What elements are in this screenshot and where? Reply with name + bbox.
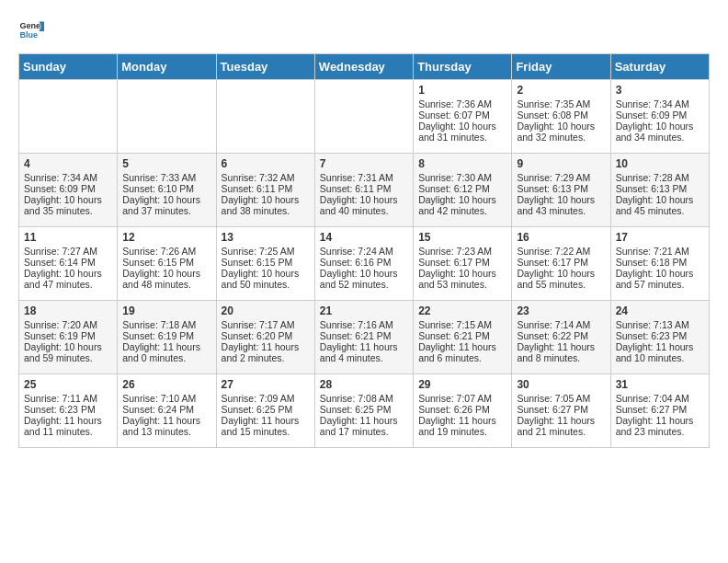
day-header-saturday: Saturday [610, 54, 709, 80]
cell-text: Daylight: 11 hours and 2 minutes. [222, 341, 310, 363]
cell-text: Daylight: 10 hours and 32 minutes. [517, 121, 605, 143]
calendar-cell: 21Sunrise: 7:16 AMSunset: 6:21 PMDayligh… [314, 301, 413, 374]
cell-text: Daylight: 11 hours and 11 minutes. [24, 415, 112, 437]
cell-text: Sunrise: 7:15 AM [418, 319, 506, 330]
week-row-3: 11Sunrise: 7:27 AMSunset: 6:14 PMDayligh… [19, 227, 710, 301]
cell-text: Sunrise: 7:10 AM [122, 393, 210, 404]
day-number: 19 [122, 304, 210, 317]
cell-text: Sunrise: 7:17 AM [222, 319, 310, 330]
cell-text: Daylight: 10 hours and 34 minutes. [616, 121, 704, 143]
cell-text: Sunrise: 7:24 AM [320, 246, 408, 257]
cell-text: Daylight: 10 hours and 52 minutes. [320, 268, 408, 290]
day-number: 31 [616, 378, 704, 391]
cell-text: Sunrise: 7:20 AM [24, 319, 112, 330]
cell-text: Sunrise: 7:35 AM [517, 98, 605, 109]
cell-text: Sunset: 6:19 PM [122, 330, 210, 341]
cell-text: Sunset: 6:08 PM [517, 109, 605, 121]
cell-text: Sunset: 6:10 PM [122, 183, 210, 194]
cell-text: Sunrise: 7:30 AM [418, 172, 506, 183]
cell-text: Sunrise: 7:27 AM [24, 246, 112, 257]
cell-text: Daylight: 10 hours and 40 minutes. [320, 194, 408, 216]
cell-text: Sunrise: 7:34 AM [616, 98, 704, 109]
day-number: 8 [418, 157, 506, 170]
cell-text: Daylight: 11 hours and 19 minutes. [418, 415, 506, 437]
cell-text: Sunrise: 7:14 AM [517, 319, 605, 330]
day-number: 6 [222, 157, 310, 170]
cell-text: Sunset: 6:09 PM [616, 109, 704, 121]
cell-text: Daylight: 10 hours and 37 minutes. [122, 194, 210, 216]
cell-text: Daylight: 11 hours and 10 minutes. [616, 341, 704, 363]
cell-text: Sunset: 6:21 PM [418, 330, 506, 341]
day-number: 2 [517, 84, 605, 97]
cell-text: Sunrise: 7:31 AM [320, 172, 408, 183]
calendar-cell [314, 80, 413, 154]
cell-text: Sunset: 6:07 PM [418, 109, 506, 121]
week-row-5: 25Sunrise: 7:11 AMSunset: 6:23 PMDayligh… [19, 374, 710, 448]
day-number: 5 [122, 157, 210, 170]
day-header-sunday: Sunday [19, 54, 118, 80]
calendar-cell: 11Sunrise: 7:27 AMSunset: 6:14 PMDayligh… [19, 227, 118, 301]
cell-text: Sunrise: 7:11 AM [24, 393, 112, 404]
cell-text: Daylight: 11 hours and 17 minutes. [320, 415, 408, 437]
day-number: 20 [222, 304, 310, 317]
cell-text: Sunset: 6:20 PM [222, 330, 310, 341]
cell-text: Sunset: 6:17 PM [517, 257, 605, 268]
day-number: 10 [616, 157, 704, 170]
day-number: 17 [616, 231, 704, 244]
cell-text: Sunrise: 7:21 AM [616, 246, 704, 257]
calendar-cell [118, 80, 216, 154]
cell-text: Sunset: 6:27 PM [616, 404, 704, 415]
cell-text: Sunset: 6:16 PM [320, 257, 408, 268]
logo-icon: General Blue [18, 18, 44, 44]
calendar-cell: 18Sunrise: 7:20 AMSunset: 6:19 PMDayligh… [19, 301, 118, 374]
cell-text: Daylight: 10 hours and 53 minutes. [418, 268, 506, 290]
calendar-cell: 14Sunrise: 7:24 AMSunset: 6:16 PMDayligh… [314, 227, 413, 301]
day-number: 14 [320, 231, 408, 244]
cell-text: Daylight: 10 hours and 42 minutes. [418, 194, 506, 216]
calendar-cell: 30Sunrise: 7:05 AMSunset: 6:27 PMDayligh… [512, 374, 610, 448]
cell-text: Daylight: 11 hours and 6 minutes. [418, 341, 506, 363]
day-header-tuesday: Tuesday [216, 54, 314, 80]
calendar-cell: 31Sunrise: 7:04 AMSunset: 6:27 PMDayligh… [610, 374, 709, 448]
cell-text: Daylight: 10 hours and 59 minutes. [24, 341, 112, 363]
calendar-cell: 9Sunrise: 7:29 AMSunset: 6:13 PMDaylight… [512, 154, 610, 227]
calendar-cell: 26Sunrise: 7:10 AMSunset: 6:24 PMDayligh… [118, 374, 216, 448]
cell-text: Sunset: 6:09 PM [24, 183, 112, 194]
cell-text: Sunrise: 7:07 AM [418, 393, 506, 404]
cell-text: Sunset: 6:23 PM [24, 404, 112, 415]
cell-text: Sunset: 6:15 PM [222, 257, 310, 268]
cell-text: Sunrise: 7:29 AM [517, 172, 605, 183]
cell-text: Sunset: 6:14 PM [24, 257, 112, 268]
cell-text: Sunrise: 7:22 AM [517, 246, 605, 257]
cell-text: Sunrise: 7:09 AM [222, 393, 310, 404]
cell-text: Sunset: 6:11 PM [222, 183, 310, 194]
day-number: 18 [24, 304, 112, 317]
day-number: 27 [222, 378, 310, 391]
cell-text: Sunrise: 7:13 AM [616, 319, 704, 330]
calendar-cell: 19Sunrise: 7:18 AMSunset: 6:19 PMDayligh… [118, 301, 216, 374]
calendar-cell: 16Sunrise: 7:22 AMSunset: 6:17 PMDayligh… [512, 227, 610, 301]
cell-text: Sunset: 6:18 PM [616, 257, 704, 268]
cell-text: Daylight: 10 hours and 45 minutes. [616, 194, 704, 216]
cell-text: Sunrise: 7:08 AM [320, 393, 408, 404]
calendar-cell: 1Sunrise: 7:36 AMSunset: 6:07 PMDaylight… [414, 80, 512, 154]
calendar-cell: 7Sunrise: 7:31 AMSunset: 6:11 PMDaylight… [314, 154, 413, 227]
calendar-cell: 6Sunrise: 7:32 AMSunset: 6:11 PMDaylight… [216, 154, 314, 227]
cell-text: Sunrise: 7:05 AM [517, 393, 605, 404]
cell-text: Sunset: 6:21 PM [320, 330, 408, 341]
week-row-2: 4Sunrise: 7:34 AMSunset: 6:09 PMDaylight… [19, 154, 710, 227]
calendar-cell: 29Sunrise: 7:07 AMSunset: 6:26 PMDayligh… [414, 374, 512, 448]
cell-text: Daylight: 10 hours and 50 minutes. [222, 268, 310, 290]
cell-text: Sunrise: 7:25 AM [222, 246, 310, 257]
calendar-cell: 5Sunrise: 7:33 AMSunset: 6:10 PMDaylight… [118, 154, 216, 227]
calendar-cell: 27Sunrise: 7:09 AMSunset: 6:25 PMDayligh… [216, 374, 314, 448]
cell-text: Sunset: 6:26 PM [418, 404, 506, 415]
calendar-cell: 3Sunrise: 7:34 AMSunset: 6:09 PMDaylight… [610, 80, 709, 154]
cell-text: Sunset: 6:13 PM [616, 183, 704, 194]
day-number: 15 [418, 231, 506, 244]
cell-text: Daylight: 10 hours and 48 minutes. [122, 268, 210, 290]
day-header-friday: Friday [512, 54, 610, 80]
day-number: 4 [24, 157, 112, 170]
cell-text: Daylight: 10 hours and 57 minutes. [616, 268, 704, 290]
logo: General Blue [18, 18, 48, 44]
